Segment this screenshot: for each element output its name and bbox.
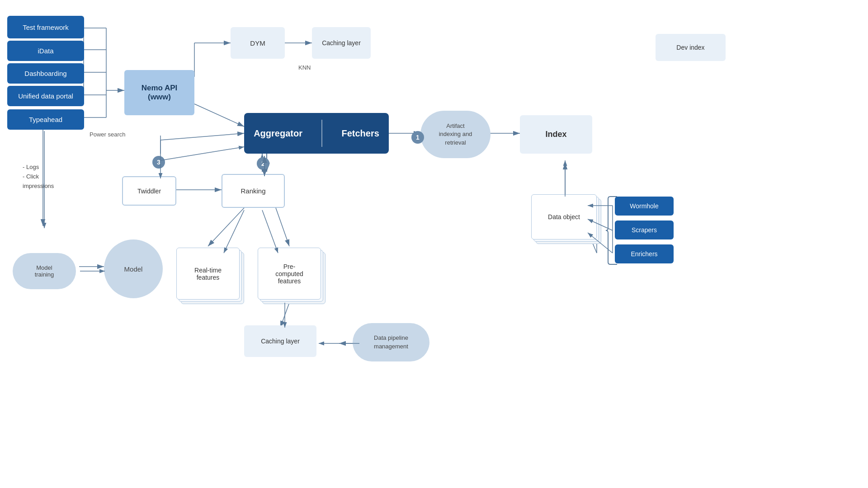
enrichers-box: Enrichers <box>615 244 674 263</box>
knn-label: KNN <box>298 64 311 71</box>
power-search-label: Power search <box>90 131 125 138</box>
logs-label: - Logs - Click impressions <box>23 163 54 191</box>
scrapers-box: Scrapers <box>615 221 674 239</box>
test-framework-box: Test framework <box>7 16 84 38</box>
svg-line-51 <box>224 210 244 253</box>
unified-data-portal-box: Unified data portal <box>7 86 84 106</box>
arrow-twiddler-paths <box>122 133 258 217</box>
caching-layer-top-box: Caching layer <box>312 27 371 59</box>
artifact-indexing-cloud: Artifact indexing and retrieval <box>420 111 491 158</box>
dev-index-box: Dev index <box>656 34 726 61</box>
model-circle: Model <box>104 239 163 298</box>
svg-line-46 <box>160 147 244 160</box>
nemo-api-box: Nemo API (www) <box>124 70 194 115</box>
arrows-right-boxes <box>583 194 617 267</box>
dym-box: DYM <box>231 27 285 59</box>
diagram: Test framework iData Dashboarding Unifie… <box>0 0 868 488</box>
arrow-typeahead-down <box>40 129 49 233</box>
svg-line-60 <box>588 233 613 253</box>
arrow-ranking-precomputed <box>253 208 307 258</box>
index-box: Index <box>520 115 592 154</box>
arrow-model-training-to-model <box>78 267 109 276</box>
dashboarding-box: Dashboarding <box>7 63 84 84</box>
idata-box: iData <box>7 41 84 61</box>
arrow-data-to-index <box>556 158 579 199</box>
aggregator-fetchers-box: Aggregator Fetchers <box>244 113 389 154</box>
typeahead-box: Typeahead <box>7 109 84 130</box>
divider <box>321 120 322 147</box>
svg-line-13 <box>194 104 244 127</box>
wormhole-box: Wormhole <box>615 197 674 216</box>
arrow-precomputed-to-caching <box>280 300 294 332</box>
two-way-arrow <box>259 154 273 178</box>
svg-line-59 <box>588 219 613 230</box>
arrow-pipeline-caching <box>316 339 362 348</box>
badge-1: 1 <box>411 131 424 144</box>
data-pipeline-cloud: Data pipeline management <box>353 323 429 361</box>
svg-line-53 <box>262 210 278 253</box>
arrow-ranking-realtime <box>210 208 255 258</box>
model-training-cloud: Model training <box>13 253 76 289</box>
